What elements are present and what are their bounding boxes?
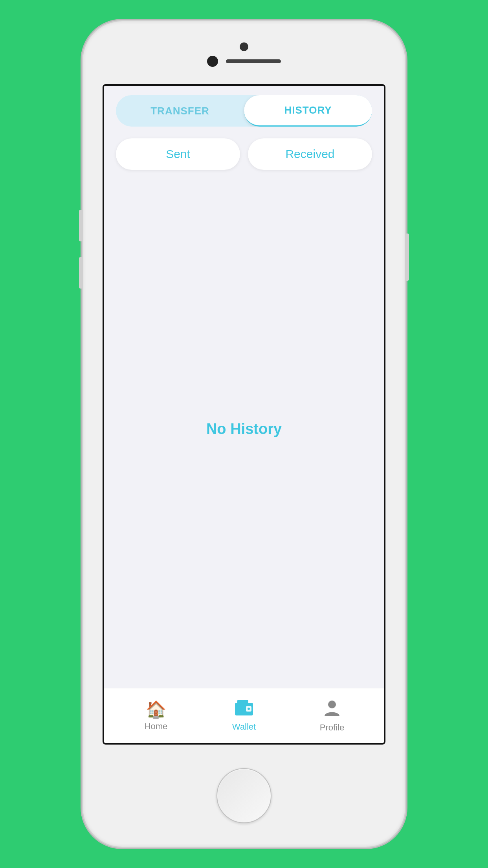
wallet-icon	[235, 700, 253, 719]
sent-filter-button[interactable]: Sent	[116, 138, 240, 170]
nav-profile[interactable]: Profile	[288, 699, 376, 733]
sent-filter-label: Sent	[166, 147, 190, 161]
phone-bottom-bar	[83, 745, 405, 847]
power-button[interactable]	[405, 234, 409, 281]
speaker-bar	[226, 59, 281, 63]
home-button[interactable]	[216, 768, 272, 823]
phone-screen: TRANSFER HISTORY Sent Received No Histor…	[103, 84, 385, 745]
home-icon: 🏠	[146, 700, 166, 719]
filter-row: Sent Received	[104, 127, 384, 170]
svg-point-4	[328, 701, 336, 708]
nav-home[interactable]: 🏠 Home	[112, 700, 200, 732]
no-history-message: No History	[206, 421, 282, 438]
camera-dot	[240, 42, 248, 51]
top-tab-bar: TRANSFER HISTORY	[104, 86, 384, 127]
profile-nav-label: Profile	[320, 723, 344, 733]
content-area: No History	[104, 170, 384, 688]
received-filter-button[interactable]: Received	[248, 138, 372, 170]
phone-top-bar	[83, 21, 405, 84]
tab-switcher: TRANSFER HISTORY	[116, 95, 372, 127]
tab-transfer[interactable]: TRANSFER	[116, 95, 244, 127]
tab-history-label: HISTORY	[284, 104, 332, 116]
home-nav-label: Home	[145, 721, 168, 732]
bottom-navigation: 🏠 Home Wallet	[104, 688, 384, 743]
wallet-nav-label: Wallet	[232, 722, 256, 732]
tab-transfer-label: TRANSFER	[150, 105, 209, 117]
svg-rect-1	[237, 700, 248, 704]
profile-icon	[324, 699, 340, 720]
received-filter-label: Received	[285, 147, 334, 161]
volume-up-button[interactable]	[79, 210, 83, 241]
tab-history[interactable]: HISTORY	[244, 95, 372, 127]
top-sensors	[207, 56, 281, 67]
front-camera-icon	[207, 56, 218, 67]
nav-wallet[interactable]: Wallet	[200, 700, 288, 732]
volume-down-button[interactable]	[79, 257, 83, 289]
phone-frame: TRANSFER HISTORY Sent Received No Histor…	[83, 21, 405, 847]
svg-point-3	[248, 708, 250, 710]
